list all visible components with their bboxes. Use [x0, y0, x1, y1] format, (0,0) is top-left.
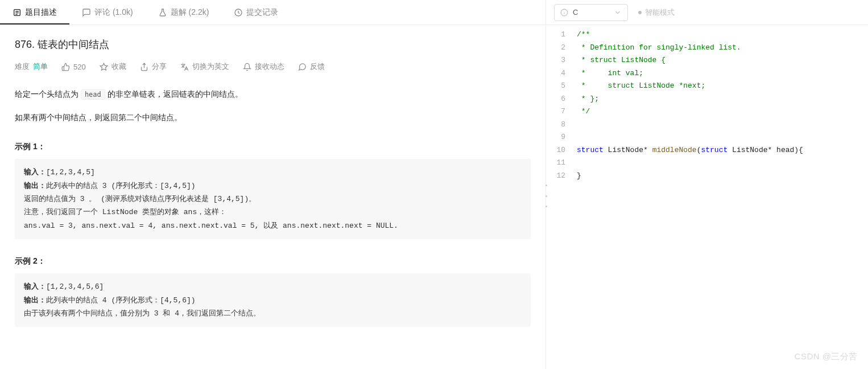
- problem-title: 876. 链表的中间结点: [15, 38, 531, 51]
- smart-mode[interactable]: 智能模式: [638, 7, 675, 18]
- paragraph-1: 给定一个头结点为 head 的非空单链表，返回链表的中间结点。: [15, 87, 531, 102]
- example-2-title: 示例 2：: [15, 256, 531, 266]
- watermark: CSDN @三分苦: [795, 351, 858, 362]
- language-select[interactable]: C: [554, 4, 628, 21]
- difficulty: 难度 简单: [15, 62, 48, 72]
- status-dot-icon: [638, 11, 642, 14]
- tab-solutions-label: 题解 (2.2k): [171, 7, 209, 18]
- svg-marker-2: [100, 63, 108, 70]
- feedback-icon: [298, 63, 307, 71]
- feedback-button[interactable]: 反馈: [298, 62, 325, 72]
- share-label: 分享: [152, 62, 167, 72]
- tab-comments-label: 评论 (1.0k): [94, 7, 133, 18]
- thumbs-up-icon: [61, 63, 70, 71]
- example-1-body: 输入：[1,2,3,4,5] 输出：此列表中的结点 3 (序列化形式：[3,4,…: [15, 159, 531, 239]
- example-2-body: 输入：[1,2,3,4,5,6] 输出：此列表中的结点 4 (序列化形式：[4,…: [15, 273, 531, 327]
- star-icon: [100, 63, 108, 71]
- tab-description-label: 题目描述: [25, 7, 57, 18]
- example-1-title: 示例 1：: [15, 142, 531, 152]
- history-icon: [234, 8, 243, 17]
- like-count: 520: [73, 63, 86, 71]
- inline-code-head: head: [81, 89, 105, 100]
- favorite-button[interactable]: 收藏: [100, 62, 126, 72]
- switch-language-label: 切换为英文: [192, 62, 229, 72]
- info-icon: [560, 9, 568, 17]
- share-button[interactable]: 分享: [140, 62, 167, 72]
- problem-tabs: 题目描述 评论 (1.0k) 题解 (2.2k) 提交记录: [0, 0, 545, 25]
- notifications-button[interactable]: 接收动态: [243, 62, 284, 72]
- tab-submissions[interactable]: 提交记录: [221, 0, 291, 24]
- smart-mode-label: 智能模式: [645, 7, 675, 18]
- tab-description[interactable]: 题目描述: [0, 0, 69, 24]
- translate-icon: [180, 63, 189, 71]
- code-editor[interactable]: 123456789101112 /** * Definition for sin…: [546, 25, 868, 369]
- problem-description: 876. 链表的中间结点 难度 简单 520 收藏 分享: [0, 25, 545, 369]
- code-area[interactable]: /** * Definition for singly-linked list.…: [571, 25, 803, 369]
- share-icon: [140, 63, 148, 71]
- language-value: C: [573, 8, 578, 17]
- editor-toolbar: C 智能模式: [546, 0, 868, 25]
- description-icon: [13, 8, 22, 17]
- tab-solutions[interactable]: 题解 (2.2k): [146, 0, 222, 24]
- feedback-label: 反馈: [310, 62, 325, 72]
- splitter-handle[interactable]: [544, 184, 548, 207]
- chevron-down-icon: [614, 9, 622, 17]
- like-button[interactable]: 520: [61, 63, 86, 71]
- difficulty-value: 简单: [33, 62, 48, 72]
- favorite-label: 收藏: [111, 62, 126, 72]
- paragraph-2: 如果有两个中间结点，则返回第二个中间结点。: [15, 110, 531, 125]
- notifications-label: 接收动态: [255, 62, 284, 72]
- flask-icon: [158, 8, 167, 17]
- tab-comments[interactable]: 评论 (1.0k): [69, 0, 146, 24]
- difficulty-label: 难度: [15, 62, 30, 72]
- bell-icon: [243, 63, 251, 71]
- line-gutter: 123456789101112: [546, 25, 571, 369]
- tab-submissions-label: 提交记录: [246, 7, 278, 18]
- comments-icon: [82, 8, 91, 17]
- switch-language-button[interactable]: 切换为英文: [180, 62, 229, 72]
- problem-meta: 难度 简单 520 收藏 分享 切换为英文: [15, 62, 531, 72]
- problem-body: 给定一个头结点为 head 的非空单链表，返回链表的中间结点。 如果有两个中间结…: [15, 87, 531, 327]
